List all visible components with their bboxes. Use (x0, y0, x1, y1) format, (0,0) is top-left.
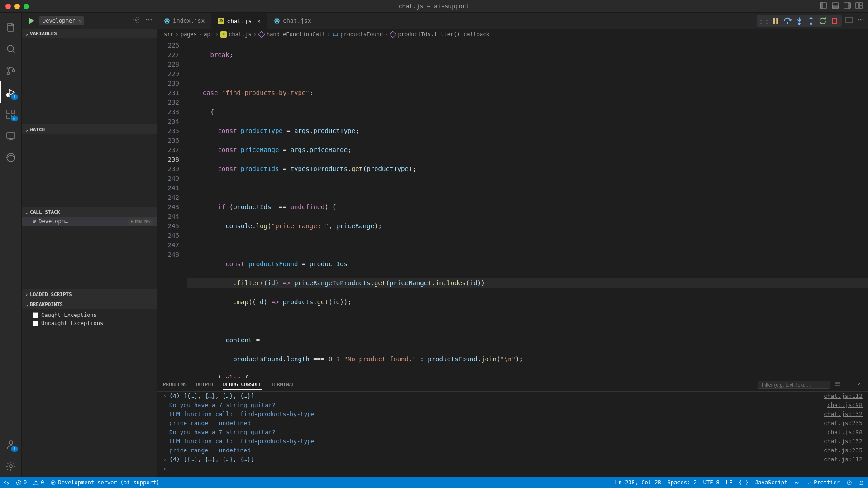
maximize-window-button[interactable] (24, 4, 29, 9)
panel-bottom-icon[interactable] (832, 2, 839, 10)
source-control-icon[interactable] (0, 60, 22, 81)
restart-button[interactable] (818, 16, 827, 25)
console-filter-input[interactable] (758, 381, 830, 389)
console-line[interactable]: ›(4) [{…}, {…}, {…}, {…}]chat.js:112 (163, 455, 863, 464)
tab-bar: index.jsx JS chat.js ✕ chat.jsx ⋮⋮ (157, 13, 868, 29)
console-source-link[interactable]: chat.js:112 (824, 392, 863, 401)
pause-button[interactable] (771, 16, 780, 25)
tab-output[interactable]: OUTPUT (196, 380, 214, 389)
breadcrumb-item[interactable]: handleFunctionCall (267, 31, 325, 38)
list-icon[interactable] (835, 381, 841, 388)
prettier-item[interactable]: Prettier (806, 479, 840, 486)
breadcrumb-item[interactable]: productsFound (340, 31, 383, 38)
encoding-item[interactable]: UTF-8 (703, 479, 720, 486)
lang-item[interactable]: JavaScript (755, 479, 787, 486)
console-line[interactable]: ›(4) [{…}, {…}, {…}, {…}]chat.js:112 (163, 392, 863, 401)
bell-icon[interactable] (858, 479, 864, 486)
breakpoint-item[interactable]: Uncaught Exceptions (22, 319, 157, 327)
errors-item[interactable]: 0 (16, 479, 27, 486)
console-prompt[interactable]: › (163, 464, 863, 473)
explorer-icon[interactable] (0, 16, 22, 38)
console-source-link[interactable]: chat.js:235 (824, 446, 863, 455)
more-actions-icon[interactable] (857, 16, 864, 25)
feedback-icon[interactable] (846, 479, 852, 486)
cursor-pos[interactable]: Ln 238, Col 28 (615, 479, 661, 486)
chevron-down-icon: ⌄ (25, 127, 28, 132)
breadcrumb[interactable]: src› pages› api› JS chat.js› handleFunct… (157, 29, 868, 40)
step-over-button[interactable] (783, 16, 792, 25)
caught-checkbox[interactable] (33, 312, 38, 318)
console-line[interactable]: price range: undefinedchat.js:235 (163, 446, 863, 455)
loaded-scripts-label: LOADED SCRIPTS (30, 292, 72, 297)
collapse-icon[interactable] (845, 381, 852, 388)
breadcrumb-item[interactable]: chat.js (229, 31, 252, 38)
breadcrumb-item[interactable]: api (204, 31, 214, 38)
console-source-link[interactable]: chat.js:235 (824, 419, 863, 428)
breadcrumb-item[interactable]: src (164, 31, 174, 38)
customize-layout-icon[interactable] (855, 2, 863, 10)
account-icon[interactable]: 1 (0, 434, 22, 455)
expand-icon[interactable]: › (163, 455, 169, 464)
close-panel-icon[interactable] (856, 381, 863, 388)
step-into-button[interactable] (795, 16, 804, 25)
breakpoint-item[interactable]: Caught Exceptions (22, 311, 157, 319)
panel-right-icon[interactable] (844, 2, 851, 10)
tab-chat-jsx[interactable]: chat.jsx (267, 13, 318, 29)
eol-item[interactable]: LF (726, 479, 732, 486)
expand-icon[interactable]: › (163, 392, 169, 401)
console-source-link[interactable]: chat.js:132 (824, 437, 863, 446)
variables-section-header[interactable]: ⌄VARIABLES (22, 29, 157, 38)
breadcrumb-item[interactable]: pages (181, 31, 197, 38)
debug-config-dropdown[interactable]: Developmer (39, 16, 84, 25)
console-source-link[interactable]: chat.js:98 (827, 428, 863, 437)
console-line[interactable]: price range: undefinedchat.js:235 (163, 419, 863, 428)
uncaught-checkbox[interactable] (33, 321, 38, 326)
close-tab-icon[interactable]: ✕ (257, 18, 261, 24)
split-editor-icon[interactable] (845, 16, 853, 25)
loaded-scripts-section-header[interactable]: ›LOADED SCRIPTS (22, 289, 157, 299)
debug-icon[interactable]: 1 (0, 81, 22, 103)
start-debug-button[interactable] (26, 16, 35, 25)
panel-left-icon[interactable] (820, 2, 827, 10)
console-line[interactable]: Do you have a 7 string guitar?chat.js:98 (163, 428, 863, 437)
callstack-section-header[interactable]: ⌄CALL STACK (22, 207, 157, 217)
step-out-button[interactable] (806, 16, 816, 25)
tab-debug-console[interactable]: DEBUG CONSOLE (223, 380, 262, 390)
callstack-item[interactable]: ⌾ Developm… RUNNING (22, 217, 157, 226)
search-icon[interactable] (0, 38, 22, 60)
tab-index[interactable]: index.jsx (157, 13, 211, 29)
breadcrumb-item[interactable]: productIds.filter() callback (398, 31, 489, 38)
console-line[interactable]: LLM function call: find-products-by-type… (163, 410, 863, 419)
indent-item[interactable]: Spaces: 2 (668, 479, 697, 486)
code-content[interactable]: break; case "find-products-by-type": { c… (187, 40, 868, 378)
console-source-link[interactable]: chat.js:132 (824, 410, 863, 419)
watch-section-header[interactable]: ⌄WATCH (22, 124, 157, 134)
minimize-window-button[interactable] (14, 4, 20, 9)
drag-handle-icon[interactable]: ⋮⋮ (759, 16, 768, 25)
warnings-item[interactable]: 0 (33, 479, 44, 486)
console-body[interactable]: ›(4) [{…}, {…}, {…}, {…}]chat.js:112 Do … (157, 392, 868, 477)
copilot-icon[interactable] (794, 479, 800, 486)
remote-icon[interactable] (0, 125, 22, 147)
more-icon[interactable] (145, 16, 153, 25)
tab-problems[interactable]: PROBLEMS (163, 380, 187, 389)
svg-rect-42 (776, 18, 778, 24)
tab-terminal[interactable]: TERMINAL (271, 380, 295, 389)
gear-icon[interactable] (133, 16, 140, 25)
tab-chat-js[interactable]: JS chat.js ✕ (211, 13, 267, 29)
console-line[interactable]: LLM function call: find-products-by-type… (163, 437, 863, 446)
server-item[interactable]: Development server (ai-support) (50, 479, 159, 486)
extensions-icon[interactable]: 6 (0, 103, 22, 125)
console-line[interactable]: Do you have a 7 string guitar?chat.js:98 (163, 401, 863, 410)
settings-icon[interactable] (0, 455, 22, 477)
console-source-link[interactable]: chat.js:98 (827, 401, 863, 410)
remote-button[interactable] (4, 479, 10, 486)
edge-icon[interactable] (0, 147, 22, 168)
stop-button[interactable] (830, 16, 839, 25)
breakpoints-section-header[interactable]: ⌄BREAKPOINTS (22, 299, 157, 309)
braces-icon[interactable]: { } (739, 479, 749, 486)
svg-point-31 (148, 19, 150, 21)
console-source-link[interactable]: chat.js:112 (824, 455, 863, 464)
close-window-button[interactable] (5, 4, 11, 9)
code-editor[interactable]: 2262272282292302312322332342352362372382… (157, 40, 868, 378)
